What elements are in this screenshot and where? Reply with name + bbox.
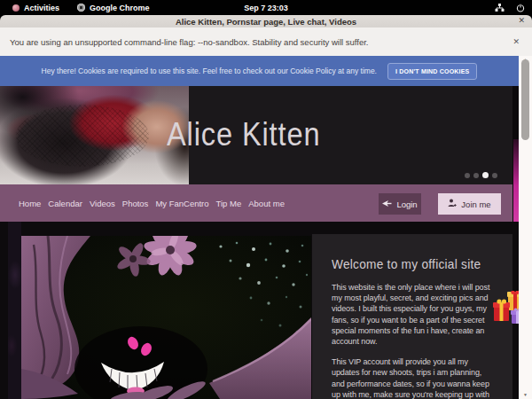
- activities-indicator-icon: [12, 4, 20, 12]
- nav-item-tip-me[interactable]: Tip Me: [216, 197, 242, 210]
- cookie-consent-bar: Hey there! Cookies are required to use t…: [0, 56, 519, 86]
- login-label: Login: [396, 200, 417, 209]
- carousel-dot[interactable]: [473, 173, 479, 178]
- welcome-paragraph-2: This VIP account will provide you all my…: [332, 356, 497, 399]
- content-background-texture: [8, 222, 21, 399]
- join-me-label: Join me: [461, 200, 490, 209]
- power-icon[interactable]: [516, 4, 525, 12]
- header-carousel-dots: [465, 172, 497, 178]
- carousel-dot[interactable]: [482, 172, 489, 178]
- chrome-icon: [77, 4, 85, 12]
- chrome-warning-bar: You are using an unsupported command-lin…: [0, 27, 532, 56]
- browser-scrollbar[interactable]: ▲ ▼: [519, 56, 532, 399]
- carousel-dot[interactable]: [492, 173, 497, 178]
- activities-label: Activities: [24, 4, 59, 12]
- warning-message: You are using an unsupported command-lin…: [10, 37, 369, 47]
- main-navigation: Home Calendar Videos Photos My FanCentro…: [0, 184, 512, 222]
- main-content: Welcome to my official site This website…: [0, 222, 519, 399]
- join-me-button[interactable]: Join me: [438, 193, 501, 215]
- activities-button[interactable]: Activities: [12, 4, 59, 12]
- system-top-bar: Activities Google Chrome Sep 7 23:03: [0, 0, 532, 15]
- nav-item-videos[interactable]: Videos: [90, 197, 115, 210]
- cookie-accept-button[interactable]: I DON'T MIND COOKIES: [387, 63, 477, 80]
- welcome-panel: Welcome to my official site This website…: [312, 234, 512, 399]
- window-title-bar[interactable]: Alice Kitten, Pornstar page, Live chat, …: [0, 15, 532, 28]
- focused-app-menu[interactable]: Google Chrome: [77, 4, 150, 12]
- nav-item-home[interactable]: Home: [19, 197, 41, 210]
- nav-item-my-fancentro[interactable]: My FanCentro: [155, 197, 208, 210]
- nav-item-calendar[interactable]: Calendar: [48, 197, 82, 210]
- cheshire-cat-artwork[interactable]: [21, 236, 311, 399]
- window-title: Alice Kitten, Pornstar page, Live chat, …: [176, 17, 356, 27]
- login-button[interactable]: Login: [379, 193, 421, 215]
- welcome-heading: Welcome to my official site: [332, 257, 487, 271]
- header-model-photo: [0, 85, 189, 184]
- carousel-dot[interactable]: [465, 173, 470, 178]
- nav-item-photos[interactable]: Photos: [122, 197, 149, 210]
- warning-close-icon[interactable]: ✕: [512, 37, 520, 46]
- welcome-paragraph-1: This website is the only place where i w…: [332, 282, 497, 347]
- site-header: Alice Kitten: [0, 85, 512, 184]
- site-title[interactable]: Alice Kitten: [167, 85, 320, 184]
- window-close-icon[interactable]: ✕: [518, 16, 525, 25]
- send-arrow-icon: [382, 200, 392, 209]
- network-icon[interactable]: [495, 3, 505, 12]
- scroll-down-icon[interactable]: ▼: [519, 391, 532, 398]
- user-plus-icon: [448, 199, 457, 209]
- clock[interactable]: Sep 7 23:03: [244, 0, 288, 15]
- nav-item-about-me[interactable]: About me: [248, 197, 285, 210]
- scrollbar-thumb[interactable]: [521, 59, 529, 140]
- browser-viewport: Alice Kitten Home Calendar Videos Photos…: [0, 56, 532, 399]
- cookie-message: Hey there! Cookies are required to use t…: [42, 66, 377, 75]
- app-name-label: Google Chrome: [90, 4, 150, 12]
